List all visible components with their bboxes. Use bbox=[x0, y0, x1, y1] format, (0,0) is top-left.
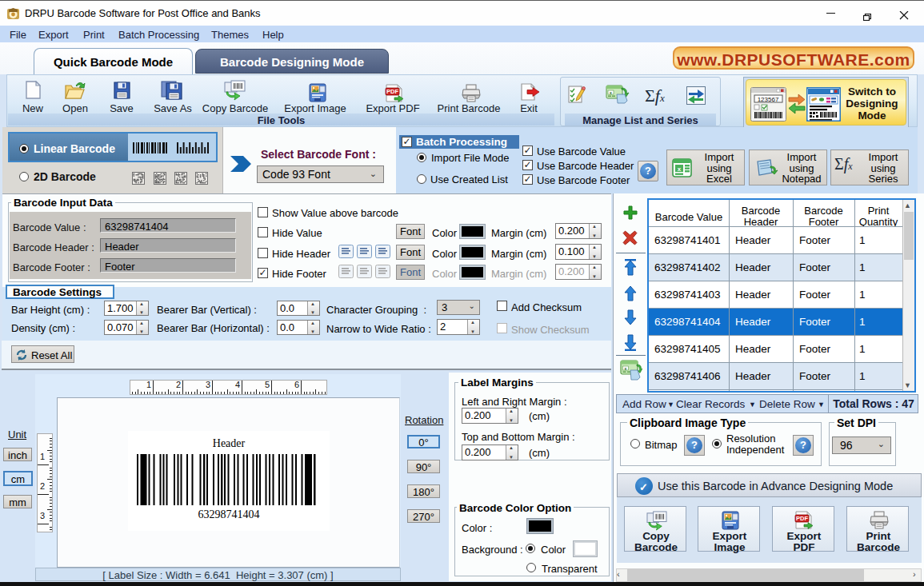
svg-text:x: x bbox=[625, 366, 627, 371]
svg-text:x: x bbox=[678, 165, 682, 173]
svg-text:x: x bbox=[610, 90, 612, 95]
svg-text:PDF: PDF bbox=[796, 515, 808, 522]
svg-text:PDF: PDF bbox=[386, 88, 398, 95]
svg-text:123567: 123567 bbox=[758, 96, 779, 103]
